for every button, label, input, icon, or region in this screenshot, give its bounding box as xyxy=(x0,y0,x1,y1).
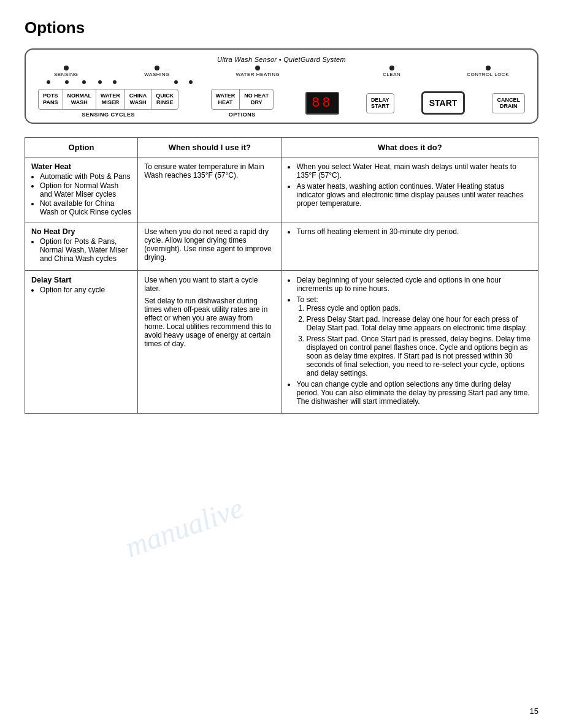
list-item: Press Delay Start pad. Increase delay on… xyxy=(306,315,532,332)
list-item: Option for Normal Wash and Water Miser c… xyxy=(40,181,131,199)
when-text: To ensure water temperature in Main Wash… xyxy=(144,162,275,180)
sensing-label: SENSING xyxy=(54,72,79,77)
table-row: Delay Start Option for any cycle Use whe… xyxy=(25,270,538,413)
table-header-option: Option xyxy=(25,137,138,157)
clean-label: CLEAN xyxy=(383,72,400,77)
list-item: You can change cycle and option selectio… xyxy=(296,380,532,406)
start-btn[interactable]: START xyxy=(421,91,465,115)
option-water-heat: Water Heat Automatic with Pots & Pans Op… xyxy=(25,157,138,222)
option-delay-start: Delay Start Option for any cycle xyxy=(25,270,138,413)
water-heat-btn[interactable]: WATER HEAT xyxy=(212,89,240,109)
option-buttons: WATER HEAT NO HEAT DRY xyxy=(211,89,274,110)
washing-label: WASHING xyxy=(144,72,169,77)
when-text-1: Use when you want to start a cycle later… xyxy=(144,276,275,293)
table-row: Water Heat Automatic with Pots & Pans Op… xyxy=(25,157,538,222)
btn-dot-1 xyxy=(47,80,50,84)
what-delay-start: Delay beginning of your selected cycle a… xyxy=(282,270,538,413)
list-item: Option for Pots & Pans, Normal Wash, Wat… xyxy=(40,237,131,263)
cancel-drain-btn[interactable]: CANCEL DRAIN xyxy=(492,93,525,114)
ordered-steps: Press cycle and option pads. Press Delay… xyxy=(306,304,532,377)
option-bullets: Option for Pots & Pans, Normal Wash, Wat… xyxy=(31,237,131,263)
options-table: Option When should I use it? What does i… xyxy=(25,137,538,414)
control-lock-dot xyxy=(486,66,491,70)
btn-dot-6 xyxy=(174,80,178,84)
pots-pans-btn[interactable]: POTS PANS xyxy=(39,89,63,109)
quick-rinse-btn[interactable]: QUICK RINSE xyxy=(151,89,178,109)
options-buttons-group: WATER HEAT NO HEAT DRY OPTIONS xyxy=(211,89,274,118)
btn-dot-2 xyxy=(65,80,69,84)
option-no-heat-dry: No Heat Dry Option for Pots & Pans, Norm… xyxy=(25,222,138,270)
option-bullets: Option for any cycle xyxy=(31,286,131,294)
china-wash-btn[interactable]: CHINA WASH xyxy=(125,89,152,109)
no-heat-dry-btn[interactable]: NO HEAT DRY xyxy=(240,89,273,109)
btn-dot-3 xyxy=(82,80,86,84)
sensing-cycles-group: POTS PANS NORMAL WASH WATER MISER CHINA … xyxy=(38,89,178,118)
table-row: No Heat Dry Option for Pots & Pans, Norm… xyxy=(25,222,538,270)
panel-button-row: POTS PANS NORMAL WASH WATER MISER CHINA … xyxy=(36,89,527,118)
what-water-heat: When you select Water Heat, main wash de… xyxy=(282,157,538,222)
indicator-control-lock: CONTROL LOCK xyxy=(467,66,509,77)
button-dots-row xyxy=(36,78,527,85)
indicator-sensing: SENSING xyxy=(54,66,79,77)
water-heating-dot xyxy=(255,66,260,70)
list-item: Press cycle and option pads. xyxy=(306,304,532,313)
btn-dot-7 xyxy=(189,80,193,84)
table-header-what: What does it do? xyxy=(282,137,538,157)
list-item: Not available for China Wash or Quick Ri… xyxy=(40,199,131,216)
what-bullets: Turns off heating element in 30-minute d… xyxy=(288,227,532,236)
normal-wash-btn[interactable]: NORMAL WASH xyxy=(63,89,97,109)
control-lock-label: CONTROL LOCK xyxy=(467,72,509,77)
what-bullets: When you select Water Heat, main wash de… xyxy=(288,162,532,208)
list-item: When you select Water Heat, main wash de… xyxy=(296,162,532,180)
table-header-when: When should I use it? xyxy=(138,137,282,157)
panel-indicators: SENSING WASHING WATER HEATING CLEAN CONT… xyxy=(36,66,527,77)
water-miser-btn[interactable]: WATER MISER xyxy=(96,89,125,109)
when-water-heat: To ensure water temperature in Main Wash… xyxy=(138,157,282,222)
list-item: As water heats, washing action continues… xyxy=(296,182,532,208)
when-text: Use when you do not need a rapid dry cyc… xyxy=(144,227,275,262)
sensing-cycles-label: SENSING CYCLES xyxy=(82,112,135,118)
when-text-2: Set delay to run dishwasher during times… xyxy=(144,297,275,348)
washing-dot xyxy=(155,66,159,70)
list-item: Press Start pad. Once Start pad is press… xyxy=(306,335,532,377)
indicator-water-heating: WATER HEATING xyxy=(236,66,280,77)
clean-dot xyxy=(389,66,394,70)
indicator-washing: WASHING xyxy=(144,66,169,77)
option-bullets: Automatic with Pots & Pans Option for No… xyxy=(31,172,131,216)
indicator-clean: CLEAN xyxy=(383,66,400,77)
page-number: 15 xyxy=(530,707,538,716)
when-delay-start: Use when you want to start a cycle later… xyxy=(138,270,282,413)
option-name: Water Heat xyxy=(31,162,131,171)
cycle-buttons-group: POTS PANS NORMAL WASH WATER MISER CHINA … xyxy=(38,89,178,110)
sensing-dot xyxy=(64,66,69,70)
when-no-heat-dry: Use when you do not need a rapid dry cyc… xyxy=(138,222,282,270)
btn-dot-5 xyxy=(113,80,117,84)
btn-dot-4 xyxy=(98,80,102,84)
option-name: No Heat Dry xyxy=(31,227,131,236)
what-no-heat-dry: Turns off heating element in 30-minute d… xyxy=(282,222,538,270)
list-item: Turns off heating element in 30-minute d… xyxy=(296,227,532,236)
watermark: manualive xyxy=(121,490,248,564)
options-section-label: OPTIONS xyxy=(229,112,256,118)
option-name: Delay Start xyxy=(31,276,131,284)
control-panel: Ultra Wash Sensor • QuietGuard System SE… xyxy=(25,48,538,124)
panel-header: Ultra Wash Sensor • QuietGuard System xyxy=(36,56,527,63)
list-item: To set: Press cycle and option pads. Pre… xyxy=(296,295,532,377)
what-bullets: Delay beginning of your selected cycle a… xyxy=(288,276,532,406)
time-display: 88 xyxy=(305,92,339,115)
delay-start-btn[interactable]: DELAY START xyxy=(366,93,394,114)
page-title: Options xyxy=(25,18,538,37)
list-item: Automatic with Pots & Pans xyxy=(40,172,131,181)
list-item: Delay beginning of your selected cycle a… xyxy=(296,276,532,293)
water-heating-label: WATER HEATING xyxy=(236,72,280,77)
list-item: Option for any cycle xyxy=(40,286,131,294)
